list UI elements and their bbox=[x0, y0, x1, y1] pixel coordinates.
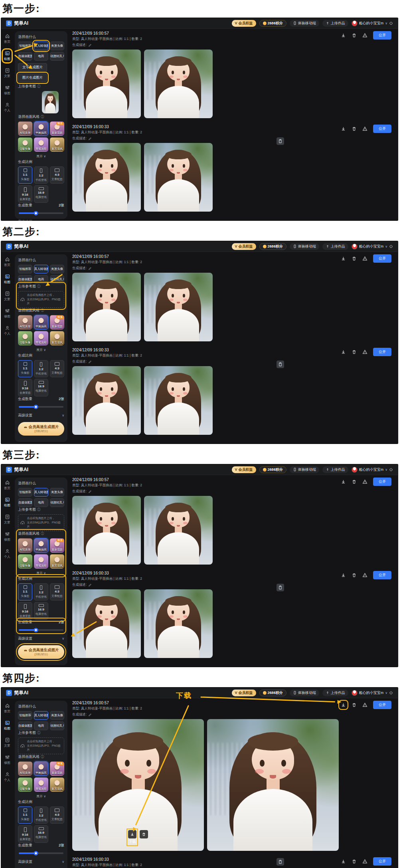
sidebar-item-copywriting[interactable]: 文案 bbox=[3, 67, 11, 79]
generate-button[interactable]: 会员高速生成图片 (消耗2积分) bbox=[18, 645, 64, 659]
style-option-chibi[interactable]: Q版头像 bbox=[18, 137, 32, 152]
mode-real2anime-button[interactable]: 真人转动漫 bbox=[34, 488, 48, 497]
mode-comic-avatar-button[interactable]: 美漫头像 bbox=[50, 42, 64, 50]
ratio-4-3[interactable]: 4:3文章配图 bbox=[50, 807, 64, 824]
generate-button[interactable]: 会员高速生成图片 (消耗2积分) bbox=[18, 422, 64, 436]
delete-icon[interactable] bbox=[352, 33, 357, 38]
mode-comic-avatar-button[interactable]: 美漫头像 bbox=[50, 711, 64, 720]
expand-button[interactable]: 展开 ∨ bbox=[18, 348, 64, 352]
style-option-chibi[interactable]: Q版头像 bbox=[18, 554, 32, 569]
try-mobile-button[interactable]: 体验移动端 bbox=[290, 466, 319, 473]
slider-thumb[interactable] bbox=[34, 211, 38, 215]
generated-image-4[interactable] bbox=[144, 143, 213, 212]
style-option-monet[interactable]: 限免莫奈花园 bbox=[50, 315, 64, 329]
member-benefits-button[interactable]: V 会员权益 bbox=[232, 243, 256, 250]
delete-icon[interactable] bbox=[352, 126, 357, 131]
mode-anime2real-button[interactable]: 动漫转真人 bbox=[50, 275, 64, 284]
upload-work-button[interactable]: 上传作品 bbox=[322, 690, 348, 696]
upload-work-button[interactable]: 上传作品 bbox=[322, 243, 348, 250]
report-icon[interactable] bbox=[362, 349, 367, 355]
slider-thumb[interactable] bbox=[34, 628, 38, 632]
clipboard-icon[interactable] bbox=[277, 361, 284, 368]
mode-ecommerce-button[interactable]: 电商 bbox=[34, 52, 48, 61]
ratio-9-16[interactable]: 9:16全身竖图 bbox=[18, 185, 32, 203]
publish-button[interactable]: 公开 bbox=[373, 31, 391, 40]
generated-image-2[interactable] bbox=[144, 273, 213, 341]
mode-ecommerce-button[interactable]: 电商 bbox=[34, 275, 48, 284]
sidebar-item-profile[interactable]: 个人 bbox=[3, 771, 11, 783]
ratio-9-16[interactable]: 9:16全身竖图 bbox=[18, 602, 32, 620]
user-menu[interactable]: 粗心的小宝宝m ∨ bbox=[352, 244, 393, 250]
edit-icon[interactable] bbox=[88, 713, 92, 717]
sidebar-item-retouch[interactable]: 修图 bbox=[3, 307, 11, 319]
report-icon[interactable] bbox=[362, 33, 367, 38]
style-option-watercolor[interactable]: 简笔淡彩 bbox=[34, 554, 48, 569]
style-option-monet[interactable]: 限免莫奈花园 bbox=[50, 538, 64, 553]
expand-button[interactable]: 展开 ∨ bbox=[18, 571, 64, 575]
publish-button[interactable]: 公开 bbox=[373, 857, 391, 866]
sidebar-item-copywriting[interactable]: 文案 bbox=[3, 290, 11, 302]
mode-anime2real-button[interactable]: 动漫转真人 bbox=[50, 498, 64, 507]
clipboard-icon[interactable] bbox=[277, 137, 284, 145]
count-slider[interactable] bbox=[19, 628, 63, 632]
menu-item-text2image[interactable]: 文字生成图片 bbox=[18, 63, 47, 72]
generated-image-1[interactable]: 下载 bbox=[72, 273, 141, 341]
mode-media-button[interactable]: 自媒体配图 bbox=[18, 498, 32, 507]
advanced-settings[interactable]: 高级设置∨ bbox=[18, 636, 64, 641]
style-option-flat-illustration[interactable]: 平面插画 bbox=[34, 761, 48, 776]
power-icon[interactable] bbox=[389, 244, 393, 248]
generated-image-4[interactable] bbox=[144, 589, 213, 658]
member-benefits-button[interactable]: V 会员权益 bbox=[232, 466, 256, 473]
style-option-chibi[interactable]: Q版头像 bbox=[18, 777, 32, 792]
generated-image-4[interactable] bbox=[144, 366, 213, 435]
menu-item-image2image[interactable]: 图片生成图片 bbox=[18, 73, 47, 82]
download-icon[interactable] bbox=[341, 702, 346, 707]
power-icon[interactable] bbox=[389, 468, 393, 472]
ratio-9-16[interactable]: 9:16全身竖图 bbox=[18, 825, 32, 843]
mode-smart-button[interactable]: 智能推荐 bbox=[18, 265, 32, 273]
mode-ecommerce-button[interactable]: 电商 bbox=[34, 721, 48, 730]
ratio-4-3[interactable]: 4:3文章配图 bbox=[50, 360, 64, 377]
ratio-16-9[interactable]: 16:9电脑壁纸 bbox=[34, 825, 48, 843]
expand-button[interactable]: 展开 ∨ bbox=[18, 154, 64, 159]
ratio-1-1[interactable]: 1:1头像图 bbox=[18, 807, 32, 824]
upload-dropzone[interactable]: 点击或拖拽图片上传，支持20M以内JPG、PNG图片 bbox=[18, 737, 64, 754]
publish-button[interactable]: 公开 bbox=[373, 701, 391, 709]
report-icon[interactable] bbox=[362, 573, 367, 578]
try-mobile-button[interactable]: 体验移动端 bbox=[290, 20, 319, 27]
member-benefits-button[interactable]: V 会员权益 bbox=[232, 20, 256, 27]
style-option-flat-illustration[interactable]: 平面插画 bbox=[34, 121, 48, 136]
mode-real2anime-button[interactable]: 真人转动漫 bbox=[34, 711, 48, 720]
user-menu[interactable]: 粗心的小宝宝m ∨ bbox=[352, 467, 393, 473]
generated-image-1[interactable]: 下载 bbox=[72, 50, 141, 118]
upload-work-button[interactable]: 上传作品 bbox=[322, 20, 348, 27]
download-icon[interactable] bbox=[341, 126, 346, 131]
download-icon[interactable] bbox=[341, 859, 346, 864]
mode-comic-avatar-button[interactable]: 美漫头像 bbox=[50, 488, 64, 497]
member-benefits-button[interactable]: V 会员权益 bbox=[232, 690, 256, 696]
slider-thumb[interactable] bbox=[34, 404, 38, 409]
power-icon[interactable] bbox=[389, 691, 393, 695]
ratio-16-9[interactable]: 16:9电脑壁纸 bbox=[34, 185, 48, 203]
sidebar-item-profile[interactable]: 个人 bbox=[3, 101, 11, 113]
style-option-watercolor[interactable]: 简笔淡彩 bbox=[34, 777, 48, 792]
sidebar-item-profile[interactable]: 个人 bbox=[3, 548, 11, 560]
ratio-1-2[interactable]: 1:2手机壁纸 bbox=[34, 166, 48, 184]
generated-image-3[interactable] bbox=[72, 143, 141, 212]
mode-smart-button[interactable]: 智能推荐 bbox=[18, 42, 32, 50]
upload-work-button[interactable]: 上传作品 bbox=[322, 466, 348, 473]
style-option-photo[interactable]: AI写真馆 bbox=[18, 315, 32, 329]
clipboard-icon[interactable] bbox=[277, 584, 284, 591]
ratio-1-2[interactable]: 1:2手机壁纸 bbox=[34, 360, 48, 377]
expand-button[interactable]: 展开 ∨ bbox=[18, 794, 64, 799]
style-option-retro[interactable]: 复古港风 bbox=[50, 554, 64, 569]
clipboard-icon[interactable] bbox=[277, 858, 284, 866]
publish-button[interactable]: 公开 bbox=[373, 254, 391, 263]
sidebar-item-retouch[interactable]: 修图 bbox=[3, 531, 11, 543]
download-icon[interactable] bbox=[341, 573, 346, 578]
mode-media-button[interactable]: 自媒体配图 bbox=[18, 275, 32, 284]
ratio-1-1[interactable]: 1:1头像图 bbox=[18, 360, 32, 377]
report-icon[interactable] bbox=[362, 256, 367, 261]
reference-photo[interactable] bbox=[42, 91, 59, 113]
slider-thumb[interactable] bbox=[34, 851, 38, 855]
